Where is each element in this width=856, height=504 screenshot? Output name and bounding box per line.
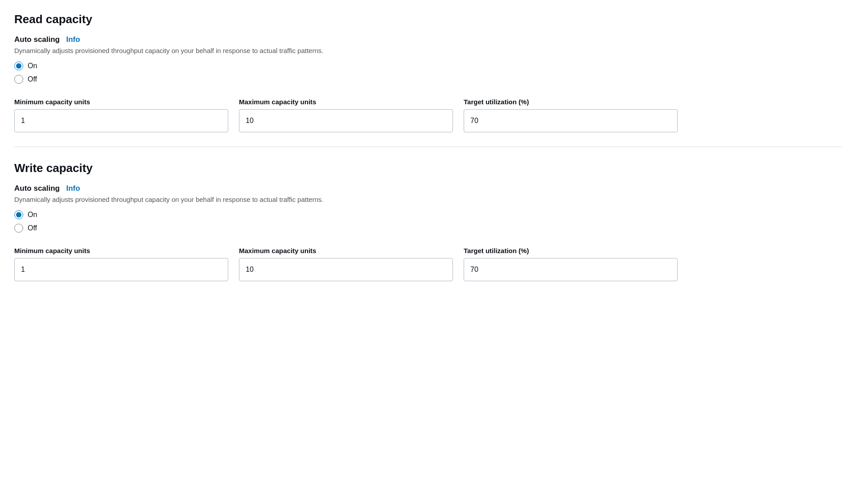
read-min-capacity-group: Minimum capacity units xyxy=(14,98,228,132)
write-auto-scaling-off-radio[interactable] xyxy=(14,224,23,233)
write-auto-scaling-off-label: Off xyxy=(28,224,37,232)
read-auto-scaling-radio-group: On Off xyxy=(14,61,842,84)
write-max-capacity-input[interactable] xyxy=(239,258,453,281)
write-capacity-title: Write capacity xyxy=(14,161,842,175)
read-max-capacity-input[interactable] xyxy=(239,109,453,132)
read-min-capacity-label: Minimum capacity units xyxy=(14,98,228,106)
read-target-utilization-label: Target utilization (%) xyxy=(464,98,678,106)
write-target-utilization-group: Target utilization (%) xyxy=(464,247,678,281)
read-capacity-fields: Minimum capacity units Maximum capacity … xyxy=(14,98,842,132)
write-min-capacity-group: Minimum capacity units xyxy=(14,247,228,281)
read-auto-scaling-label: Auto scaling xyxy=(14,35,60,44)
write-auto-scaling-off-option[interactable]: Off xyxy=(14,224,842,233)
write-auto-scaling-on-option[interactable]: On xyxy=(14,210,842,219)
read-auto-scaling-off-radio[interactable] xyxy=(14,75,23,84)
read-auto-scaling-on-option[interactable]: On xyxy=(14,61,842,70)
write-auto-scaling-header: Auto scaling Info xyxy=(14,184,842,193)
write-capacity-section: Write capacity Auto scaling Info Dynamic… xyxy=(14,161,842,281)
read-auto-scaling-on-label: On xyxy=(28,62,37,70)
read-auto-scaling-info-link[interactable]: Info xyxy=(66,35,80,44)
read-max-capacity-group: Maximum capacity units xyxy=(239,98,453,132)
write-auto-scaling-on-radio[interactable] xyxy=(14,210,23,219)
section-divider xyxy=(14,147,842,147)
write-min-capacity-label: Minimum capacity units xyxy=(14,247,228,254)
write-auto-scaling-label: Auto scaling xyxy=(14,184,60,193)
write-target-utilization-input[interactable] xyxy=(464,258,678,281)
read-auto-scaling-header: Auto scaling Info xyxy=(14,35,842,44)
write-auto-scaling-radio-group: On Off xyxy=(14,210,842,233)
write-auto-scaling-on-label: On xyxy=(28,211,37,219)
read-max-capacity-label: Maximum capacity units xyxy=(239,98,453,106)
read-target-utilization-input[interactable] xyxy=(464,109,678,132)
write-max-capacity-label: Maximum capacity units xyxy=(239,247,453,254)
read-auto-scaling-off-label: Off xyxy=(28,75,37,83)
write-target-utilization-label: Target utilization (%) xyxy=(464,247,678,254)
write-auto-scaling-description: Dynamically adjusts provisioned throughp… xyxy=(14,196,842,203)
write-auto-scaling-info-link[interactable]: Info xyxy=(66,184,80,193)
read-auto-scaling-off-option[interactable]: Off xyxy=(14,75,842,84)
read-capacity-section: Read capacity Auto scaling Info Dynamica… xyxy=(14,12,842,132)
write-capacity-fields: Minimum capacity units Maximum capacity … xyxy=(14,247,842,281)
read-auto-scaling-on-radio[interactable] xyxy=(14,61,23,70)
read-capacity-title: Read capacity xyxy=(14,12,842,26)
read-target-utilization-group: Target utilization (%) xyxy=(464,98,678,132)
read-auto-scaling-description: Dynamically adjusts provisioned throughp… xyxy=(14,47,842,54)
write-max-capacity-group: Maximum capacity units xyxy=(239,247,453,281)
read-min-capacity-input[interactable] xyxy=(14,109,228,132)
write-min-capacity-input[interactable] xyxy=(14,258,228,281)
